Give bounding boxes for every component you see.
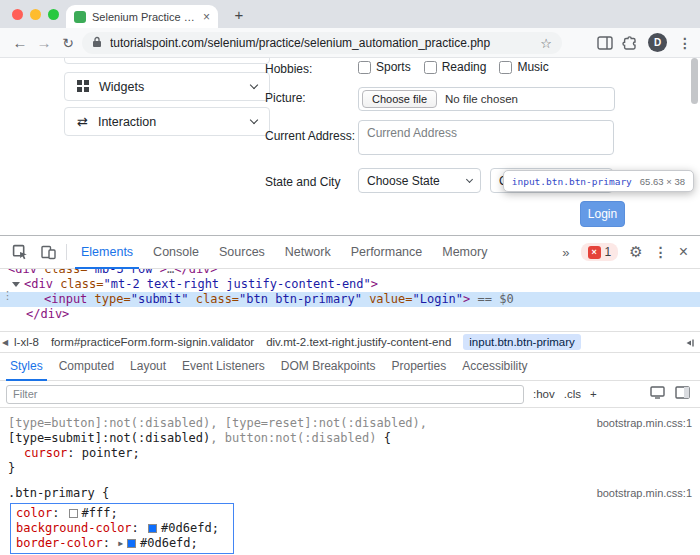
- tab-memory[interactable]: Memory: [432, 236, 497, 269]
- property-name: cursor: [24, 446, 67, 460]
- dom-node-div-close[interactable]: </div>: [0, 307, 700, 322]
- selector-line[interactable]: [type=submit]:not(:disabled), button:not…: [8, 431, 692, 446]
- code-token: , button:not(:disabled): [210, 431, 383, 445]
- sports-checkbox[interactable]: [358, 61, 371, 74]
- chevron-down-icon: [466, 176, 473, 183]
- class-toggle[interactable]: .cls: [564, 388, 581, 400]
- tab-elements[interactable]: Elements: [71, 236, 143, 269]
- code-token: "Login": [413, 292, 464, 306]
- dollar-zero-marker: == $0: [470, 292, 513, 306]
- no-file-chosen-text: No file chosen: [445, 93, 518, 105]
- accordion-item-widgets[interactable]: Widgets: [64, 72, 270, 101]
- window-zoom-button[interactable]: [48, 9, 59, 20]
- tab-performance[interactable]: Performance: [341, 236, 433, 269]
- reading-checkbox[interactable]: [424, 61, 437, 74]
- filter-input[interactable]: [6, 385, 524, 404]
- css-property-color[interactable]: color: #fff;: [16, 506, 228, 521]
- css-property-cursor[interactable]: cursor: pointer;: [8, 446, 692, 461]
- code-token: :: [132, 521, 146, 535]
- selector-line[interactable]: [type=button]:not(:disabled), [type=rese…: [8, 416, 692, 431]
- computed-sidebar-toggle-icon[interactable]: [675, 385, 690, 403]
- settings-gear-icon[interactable]: ⚙: [629, 243, 642, 261]
- hobbies-label: Hobbies:: [265, 62, 312, 76]
- new-tab-button[interactable]: +: [230, 6, 248, 24]
- device-toolbar-icon[interactable]: [34, 239, 62, 265]
- sports-label: Sports: [376, 60, 411, 74]
- devtools-close-icon[interactable]: ×: [679, 243, 688, 261]
- bookmark-star-icon[interactable]: ☆: [540, 36, 552, 51]
- divider: [66, 244, 67, 260]
- code-token: value=: [362, 292, 413, 306]
- new-style-rule-button[interactable]: +: [590, 388, 597, 400]
- code-token: class=: [189, 292, 240, 306]
- expand-triangle-icon[interactable]: ▶: [118, 536, 123, 551]
- selector-line[interactable]: .btn-primary {: [8, 486, 692, 501]
- forward-button[interactable]: →: [34, 28, 54, 58]
- file-input[interactable]: Choose file No file chosen: [358, 87, 615, 111]
- css-property-background-color[interactable]: background-color: #0d6efd;: [16, 521, 228, 536]
- extensions-puzzle-icon[interactable]: [620, 34, 638, 52]
- browser-menu-icon[interactable]: ⋮: [678, 28, 692, 58]
- pseudo-state-toggle[interactable]: :hov: [533, 388, 555, 400]
- code-token: class=: [37, 269, 88, 276]
- profile-avatar[interactable]: D: [648, 33, 667, 52]
- dom-node-partial[interactable]: <div class="mb-3 row">…</div>: [0, 269, 700, 277]
- music-checkbox[interactable]: [499, 61, 512, 74]
- breadcrumb-scroll-end-icon[interactable]: [684, 337, 696, 351]
- tab-styles[interactable]: Styles: [2, 353, 51, 381]
- grid-icon: [77, 78, 89, 96]
- browser-toolbar: ← → ↻ tutorialspoint.com/selenium/practi…: [0, 28, 700, 58]
- tab-close-icon[interactable]: ×: [203, 10, 210, 24]
- tab-console[interactable]: Console: [143, 236, 209, 269]
- tab-computed[interactable]: Computed: [51, 353, 122, 381]
- breadcrumb-item[interactable]: div.mt-2.text-right.justify-content-end: [266, 336, 451, 348]
- color-swatch[interactable]: [127, 539, 136, 548]
- side-panel-icon[interactable]: [596, 34, 614, 52]
- devtools-menu-icon[interactable]: ⋮: [654, 244, 668, 260]
- accordion-item-partial[interactable]: [64, 58, 270, 64]
- dom-node-input-selected[interactable]: <input type="submit" class="btn btn-prim…: [0, 292, 700, 307]
- code-token: .btn-primary: [8, 486, 102, 500]
- more-tabs-icon[interactable]: »: [562, 245, 569, 260]
- state-select-value: Choose State: [367, 174, 440, 188]
- tab-network[interactable]: Network: [275, 236, 341, 269]
- css-property-border-color[interactable]: border-color: ▶#0d6efd;: [16, 536, 228, 551]
- error-badge[interactable]: × 1: [581, 243, 619, 261]
- styles-filter-bar: :hov .cls +: [0, 381, 700, 408]
- breadcrumb-item[interactable]: l-xl-8: [14, 336, 39, 348]
- accordion-label: Interaction: [98, 115, 156, 129]
- login-button[interactable]: Login: [580, 201, 625, 227]
- elements-tree: <div class="mb-3 row">…</div> <div class…: [0, 269, 700, 331]
- dom-node-div-open[interactable]: <div class="mt-2 text-right justify-cont…: [0, 277, 700, 292]
- breadcrumb-item[interactable]: form#practiceForm.form-signin.validator: [51, 336, 254, 348]
- color-swatch[interactable]: [148, 524, 157, 533]
- address-bar[interactable]: tutorialspoint.com/selenium/practice/sel…: [82, 32, 562, 54]
- color-swatch[interactable]: [69, 509, 78, 518]
- tab-accessibility[interactable]: Accessibility: [454, 353, 535, 381]
- browser-tab[interactable]: Selenium Practice - Student ×: [66, 5, 218, 28]
- stylesheet-link[interactable]: bootstrap.min.css:1: [597, 487, 692, 499]
- state-select[interactable]: Choose State: [358, 168, 481, 193]
- tab-event-listeners[interactable]: Event Listeners: [174, 353, 273, 381]
- window-minimize-button[interactable]: [30, 9, 41, 20]
- url-text: tutorialspoint.com/selenium/practice/sel…: [110, 36, 532, 50]
- site-favicon-icon: [74, 11, 86, 23]
- breadcrumb-scroll-left-icon[interactable]: ◀: [2, 332, 8, 354]
- tab-sources[interactable]: Sources: [209, 236, 275, 269]
- tab-dom-breakpoints[interactable]: DOM Breakpoints: [273, 353, 384, 381]
- breadcrumb-item-selected[interactable]: input.btn.btn-primary: [463, 334, 580, 350]
- inspect-element-icon[interactable]: [6, 239, 34, 265]
- window-close-button[interactable]: [12, 9, 23, 20]
- tab-properties[interactable]: Properties: [384, 353, 455, 381]
- current-address-textarea[interactable]: [358, 120, 614, 155]
- stylesheet-link[interactable]: bootstrap.min.css:1: [597, 417, 692, 429]
- choose-file-button[interactable]: Choose file: [362, 90, 437, 108]
- rendering-emulation-icon[interactable]: [650, 385, 665, 403]
- accordion-item-interaction[interactable]: ⇄ Interaction: [64, 107, 270, 136]
- tab-layout[interactable]: Layout: [122, 353, 174, 381]
- back-button[interactable]: ←: [10, 28, 30, 58]
- code-token: </div>: [26, 307, 69, 321]
- reload-button[interactable]: ↻: [58, 28, 78, 58]
- expand-arrow-icon[interactable]: [12, 282, 20, 287]
- page-scrollbar[interactable]: [691, 58, 698, 104]
